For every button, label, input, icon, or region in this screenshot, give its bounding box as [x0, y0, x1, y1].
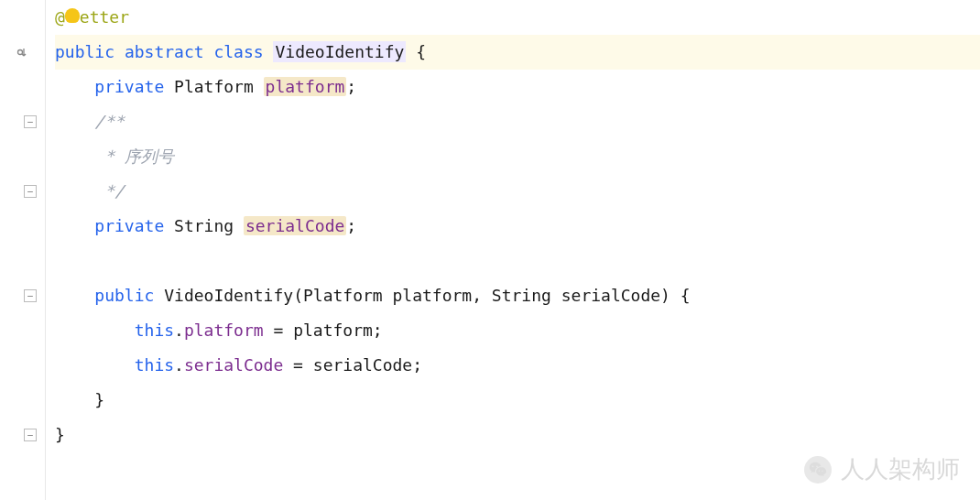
- dot: .: [174, 321, 184, 340]
- keyword-this: this: [135, 321, 174, 340]
- implement-override-icon[interactable]: [4, 35, 40, 70]
- dot: .: [174, 355, 184, 375]
- code-area[interactable]: @etter public abstract class VideoIdenti…: [46, 0, 980, 500]
- comment-close: */: [94, 181, 125, 201]
- lightbulb-icon[interactable]: [65, 8, 80, 23]
- field-ref: serialCode: [184, 355, 283, 375]
- param-ref: platform;: [293, 321, 383, 340]
- gutter: − − − −: [0, 0, 46, 500]
- keyword-class: class: [213, 42, 263, 61]
- brace-open: {: [406, 42, 426, 61]
- code-line[interactable]: private String serialCode;: [55, 209, 980, 244]
- constructor-params: (Platform platform, String serialCode) {: [293, 286, 690, 305]
- code-line[interactable]: }: [55, 418, 980, 452]
- code-line[interactable]: public abstract class VideoIdentify {: [55, 35, 980, 70]
- field-name: serialCode: [244, 216, 346, 235]
- semicolon: ;: [346, 216, 356, 235]
- type-name: Platform: [174, 77, 254, 96]
- code-line[interactable]: @etter: [55, 0, 980, 35]
- field-name: platform: [264, 77, 347, 96]
- keyword-private: private: [94, 216, 164, 235]
- type-name: String: [174, 216, 234, 235]
- code-line[interactable]: this.serialCode = serialCode;: [55, 348, 980, 383]
- annotation-at: @: [55, 7, 65, 27]
- annotation-name: etter: [80, 7, 129, 27]
- code-line[interactable]: * 序列号: [55, 139, 980, 174]
- code-line[interactable]: this.platform = platform;: [55, 313, 980, 348]
- param-ref: serialCode;: [313, 355, 422, 375]
- comment-open: /**: [94, 112, 125, 131]
- equals: =: [283, 355, 313, 375]
- class-name: VideoIdentify: [273, 41, 406, 62]
- field-ref: platform: [184, 321, 264, 340]
- semicolon: ;: [346, 77, 356, 96]
- code-line[interactable]: private Platform platform;: [55, 70, 980, 104]
- comment-body: * 序列号: [94, 147, 174, 166]
- brace-close: }: [55, 425, 65, 444]
- fold-icon[interactable]: −: [4, 418, 40, 452]
- brace-close: }: [94, 390, 104, 409]
- keyword-this: this: [135, 355, 174, 375]
- constructor-name: VideoIdentify: [164, 286, 293, 305]
- fold-icon[interactable]: −: [4, 278, 40, 313]
- equals: =: [264, 321, 294, 340]
- svg-point-0: [18, 50, 23, 55]
- code-line[interactable]: */: [55, 174, 980, 209]
- keyword-private: private: [94, 77, 164, 96]
- code-line[interactable]: public VideoIdentify(Platform platform, …: [55, 278, 980, 313]
- keyword-public: public: [94, 286, 154, 305]
- fold-icon[interactable]: −: [4, 104, 40, 139]
- code-editor[interactable]: − − − − @etter public abstract class Vid…: [0, 0, 980, 500]
- keyword-abstract: abstract: [125, 42, 204, 61]
- code-line[interactable]: }: [55, 383, 980, 418]
- fold-icon[interactable]: −: [4, 174, 40, 209]
- code-line[interactable]: /**: [55, 104, 980, 139]
- code-line[interactable]: [55, 244, 980, 278]
- keyword-public: public: [55, 42, 114, 61]
